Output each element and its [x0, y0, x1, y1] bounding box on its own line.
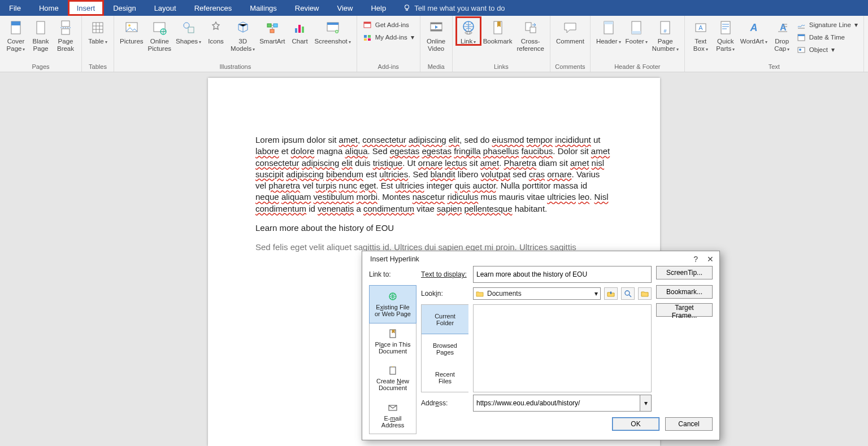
- wordart-button[interactable]: AWordArt▾: [738, 17, 770, 45]
- tab-design[interactable]: Design: [104, 0, 145, 16]
- smartart-label: SmartArt: [259, 38, 285, 45]
- svg-rect-26: [368, 35, 371, 38]
- browse-browsed-pages[interactable]: Browsed Pages: [422, 334, 468, 363]
- screenshot-button[interactable]: Screenshot▾: [313, 17, 353, 45]
- tab-file[interactable]: File: [0, 0, 30, 16]
- blank-page-button[interactable]: Blank Page: [28, 17, 53, 53]
- group-label: Tables: [85, 62, 110, 72]
- icons-button[interactable]: Icons: [203, 17, 228, 45]
- linkto-place-in-doc[interactable]: Place in ThisDocument: [370, 323, 416, 360]
- object-button[interactable]: Object▾: [795, 44, 860, 55]
- group-label: Comments: [554, 62, 587, 72]
- shapes-label: Shapes▾: [176, 38, 201, 45]
- chart-button[interactable]: Chart: [288, 17, 313, 45]
- screentip-button[interactable]: ScreenTip...: [656, 266, 713, 279]
- target-frame-button[interactable]: Target Frame...: [656, 303, 713, 317]
- menu-bar: File Home Insert Design Layout Reference…: [0, 0, 868, 16]
- 3d-models-icon: [234, 19, 252, 37]
- svg-rect-27: [364, 38, 367, 41]
- look-in-select[interactable]: Documents ▾: [473, 287, 601, 300]
- page-number-button[interactable]: #Page Number▾: [650, 17, 681, 53]
- drop-cap-button[interactable]: ADrop Cap▾: [770, 17, 795, 53]
- online-pictures-button[interactable]: Online Pictures: [146, 17, 174, 53]
- tab-layout[interactable]: Layout: [145, 0, 185, 16]
- file-list[interactable]: [473, 304, 652, 392]
- look-in-label: Look in:: [421, 285, 468, 302]
- linkto-existing-file-label: Existing Fileor Web Page: [375, 304, 411, 317]
- up-one-level-button[interactable]: [604, 287, 618, 300]
- close-icon[interactable]: ✕: [707, 255, 714, 264]
- linkto-place-label: Place in ThisDocument: [375, 341, 411, 355]
- help-icon[interactable]: ?: [693, 255, 698, 264]
- signature-line-button[interactable]: Signature Line▾: [795, 19, 860, 30]
- comment-icon: [561, 19, 579, 37]
- svg-rect-25: [364, 35, 367, 38]
- pictures-label: Pictures: [120, 38, 144, 45]
- svg-rect-28: [368, 38, 371, 41]
- tab-mailings[interactable]: Mailings: [241, 0, 286, 16]
- get-addins-icon: [363, 20, 372, 29]
- table-icon: [89, 19, 107, 37]
- table-label: Table▾: [88, 38, 107, 45]
- dialog-title: Insert Hyperlink: [370, 255, 419, 263]
- online-pictures-label: Online Pictures: [148, 38, 172, 53]
- browse-web-button[interactable]: [621, 287, 635, 300]
- tab-help[interactable]: Help: [362, 0, 395, 16]
- link-button[interactable]: Link▾: [456, 17, 481, 45]
- get-addins-button[interactable]: Get Add-ins: [361, 19, 416, 30]
- svg-rect-16: [270, 29, 274, 33]
- my-addins-button[interactable]: My Add-ins▾: [361, 32, 416, 43]
- cover-page-button[interactable]: Cover Page▾: [3, 17, 28, 53]
- table-button[interactable]: Table▾: [85, 17, 110, 45]
- linkto-existing-file[interactable]: Existing Fileor Web Page: [369, 285, 416, 323]
- header-button[interactable]: Header▾: [594, 17, 623, 45]
- footer-button[interactable]: Footer▾: [623, 17, 650, 45]
- online-video-button[interactable]: Online Video: [424, 17, 449, 53]
- group-pages: Cover Page▾Blank PagePage BreakPages: [0, 16, 82, 72]
- tab-references[interactable]: References: [185, 0, 241, 16]
- icons-label: Icons: [208, 38, 224, 45]
- svg-rect-31: [431, 29, 442, 31]
- address-dropdown[interactable]: ▾: [640, 395, 652, 412]
- pictures-button[interactable]: Pictures: [118, 17, 146, 45]
- tab-view[interactable]: View: [328, 0, 362, 16]
- cancel-button[interactable]: Cancel: [665, 417, 713, 431]
- cross-reference-button[interactable]: Cross- reference: [514, 17, 546, 53]
- drop-cap-icon: A: [773, 19, 791, 37]
- online-pictures-icon: [150, 19, 168, 37]
- address-input[interactable]: [473, 395, 640, 412]
- browse-current-folder[interactable]: Current Folder: [422, 305, 468, 334]
- linkto-create-new[interactable]: Create NewDocument: [370, 360, 416, 397]
- footer-label: Footer▾: [626, 38, 648, 45]
- shapes-button[interactable]: Shapes▾: [173, 17, 203, 45]
- text-to-display-input[interactable]: [473, 266, 652, 283]
- date-time-button[interactable]: Date & Time: [795, 32, 860, 43]
- text-box-button[interactable]: AText Box▾: [688, 17, 713, 53]
- linkto-email[interactable]: E-mailAddress: [370, 397, 416, 434]
- paragraph-2[interactable]: Learn more about the history of EOU: [255, 222, 613, 234]
- browse-file-button[interactable]: [638, 287, 652, 300]
- pictures-icon: [123, 19, 141, 37]
- comment-button[interactable]: Comment: [554, 17, 587, 45]
- svg-rect-7: [93, 23, 103, 33]
- bookmark-button[interactable]: Bookmark...: [656, 285, 713, 299]
- svg-rect-21: [327, 23, 338, 25]
- tab-home[interactable]: Home: [30, 0, 68, 16]
- bookmark-icon: [489, 19, 507, 37]
- page-break-label: Page Break: [57, 38, 74, 53]
- smartart-button[interactable]: SmartArt: [257, 17, 287, 45]
- date-time-icon: [797, 33, 806, 42]
- my-addins-label: My Add-ins: [375, 34, 407, 41]
- paragraph-1[interactable]: Lorem ipsum dolor sit amet, consectetur …: [255, 134, 613, 215]
- shapes-icon: [180, 19, 198, 37]
- 3d-models-button[interactable]: 3D Models▾: [228, 17, 257, 53]
- tab-insert[interactable]: Insert: [68, 0, 105, 16]
- tab-review[interactable]: Review: [286, 0, 328, 16]
- browse-recent-files[interactable]: Recent Files: [422, 363, 468, 392]
- page-break-button[interactable]: Page Break: [53, 17, 78, 53]
- tell-me[interactable]: Tell me what you want to do: [395, 0, 513, 16]
- quick-parts-button[interactable]: Quick Parts▾: [713, 17, 738, 53]
- ok-button[interactable]: OK: [612, 417, 659, 431]
- bookmark-button[interactable]: Bookmark: [481, 17, 515, 45]
- svg-rect-46: [721, 21, 730, 34]
